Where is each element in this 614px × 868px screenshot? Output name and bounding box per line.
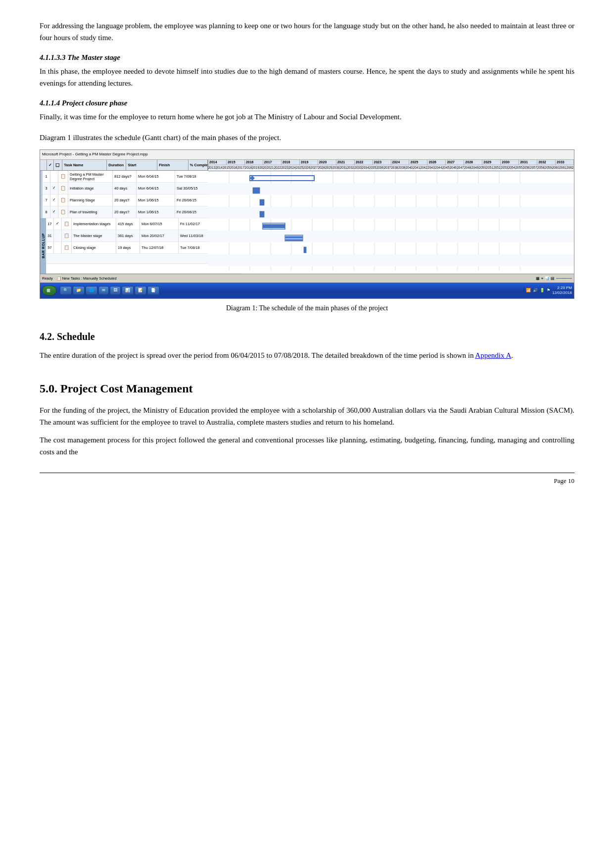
system-time: 2:23 PM (552, 286, 572, 290)
task-row-group-bar: BAR ROLLUP 17 ✓ 📋 Implementation stages … (40, 218, 208, 274)
gantt-title-bar: Microsoft Project - Getting a PM Master … (40, 150, 574, 160)
tray-network-icon: 📶 (526, 288, 531, 294)
task-dur-17: 415 days (116, 218, 140, 230)
mh-7: 2019 (252, 165, 260, 171)
task-name-8: Plan of travelling (68, 206, 113, 218)
mh-33: 2045 (442, 165, 450, 171)
mh-35: 2047 (457, 165, 465, 171)
status-tasks-icon: 📋 (57, 276, 61, 282)
svg-rect-15 (208, 183, 574, 195)
paragraph-3: Finally, it was time for the employee to… (40, 111, 574, 123)
col-check: ✓ (47, 160, 54, 170)
mh-43: 2055 (516, 165, 523, 171)
mh-1: 2013 (208, 165, 216, 171)
status-right-icons: ▦ ≡ 📊 ▤ ────── (536, 276, 572, 282)
gantt-column-headers: ✓ 🔲 Task Name Duration Start Finish % Co… (40, 160, 208, 171)
browser-icon: 🌐 (89, 288, 94, 294)
task-check-31 (54, 230, 62, 241)
taskbar-search[interactable]: 🔍 (60, 286, 72, 295)
task-dur-7: 20 days? (113, 194, 137, 206)
windows-system-tray: 📶 🔊 🔋 ⚑ 2:23 PM 12/02/2018 (526, 286, 572, 296)
mh-21: 2033 (355, 165, 362, 171)
mh-24: 2036 (377, 165, 384, 171)
mh-2: 2014 (216, 165, 223, 171)
paragraph-4: Diagram 1 illustrates the schedule (Gant… (40, 132, 574, 144)
gantt-view-icon-1: ▦ (536, 276, 540, 282)
taskbar-edge[interactable]: 🌐 (86, 286, 97, 295)
bar-row3 (260, 199, 264, 205)
col-finish: Finish (157, 160, 189, 170)
paragraph-cost-1: For the funding of the project, the Mini… (40, 404, 574, 428)
appendix-a-link[interactable]: Appendix A (475, 351, 511, 359)
taskbar-mail[interactable]: ✉ (98, 286, 109, 295)
task-num-7: 7 (43, 194, 50, 206)
mh-34: 2046 (450, 165, 457, 171)
year-2031: 2031 (519, 160, 537, 165)
task-check-57 (54, 242, 62, 253)
task-num-8: 8 (43, 206, 50, 218)
mh-23: 2035 (369, 165, 377, 171)
status-tasks-label: New Tasks : Manually Scheduled (62, 276, 117, 282)
page-number: Page 10 (40, 473, 574, 486)
heading-master-stage: 4.1.1.3.3 The Master stage (40, 51, 574, 63)
year-2029: 2029 (482, 160, 501, 165)
task-mode-31: 📋 (62, 230, 72, 241)
mh-6: 2018 (245, 165, 252, 171)
gantt-zoom-control: ────── (556, 276, 572, 282)
group-label-bar: BAR ROLLUP (40, 218, 46, 274)
task-check-8: ✓ (50, 206, 58, 218)
task-start-57: Thu 12/07/18 (140, 242, 179, 253)
task-start-17: Mon 6/07/15 (140, 218, 179, 230)
mh-37: 2049 (472, 165, 479, 171)
task-name-17: Implementation stages (72, 218, 116, 230)
diagram-caption: Diagram 1: The schedule of the main phas… (40, 303, 574, 314)
mh-10: 2022 (274, 165, 282, 171)
task-check-3: ✓ (50, 183, 58, 194)
task-dur-31: 361 days (116, 230, 140, 241)
heading-cost-management: 5.0. Project Cost Management (40, 379, 574, 398)
windows-logo-icon: ⊞ (47, 287, 50, 294)
taskbar-powerpoint[interactable]: 📑 (147, 286, 159, 295)
year-2026: 2026 (427, 160, 446, 165)
taskbar-project-app[interactable]: 📊 (122, 286, 134, 295)
svg-rect-18 (208, 254, 574, 266)
mh-13: 2025 (296, 165, 303, 171)
taskbar-photos[interactable]: 🖼 (110, 286, 121, 295)
year-2023: 2023 (373, 160, 391, 165)
mh-27: 2039 (398, 165, 406, 171)
schedule-text: The entire duration of the project is sp… (40, 351, 475, 359)
status-ready: Ready (42, 276, 53, 282)
taskbar-word[interactable]: 📝 (135, 286, 146, 295)
task-name-31: The Master stage (72, 230, 116, 241)
word-icon: 📝 (138, 288, 143, 294)
gantt-bars-svg (208, 171, 574, 270)
year-2024: 2024 (391, 160, 410, 165)
mh-48: 2060 (552, 165, 560, 171)
windows-start-button[interactable]: ⊞ (42, 286, 56, 295)
mail-icon: ✉ (102, 288, 105, 294)
mh-38: 2050 (479, 165, 486, 171)
gantt-main-area: ✓ 🔲 Task Name Duration Start Finish % Co… (40, 160, 574, 274)
heading-schedule: 4.2. Schedule (40, 329, 574, 344)
heading-closure-phase: 4.1.1.4 Project closure phase (40, 97, 574, 109)
year-2030: 2030 (501, 160, 519, 165)
mh-3: 2015 (223, 165, 231, 171)
mh-5: 2017 (237, 165, 245, 171)
task-dur-57: 19 days (116, 242, 140, 253)
task-name-57: Closing stage (72, 242, 116, 253)
mh-16: 2028 (318, 165, 326, 171)
task-num-1: 1 (43, 171, 50, 182)
mh-46: 2058 (537, 165, 545, 171)
task-mode-1: 📋 (58, 171, 68, 182)
col-duration: Duration (107, 160, 126, 170)
mh-47: 2059 (545, 165, 552, 171)
project-icon: 📊 (125, 288, 130, 294)
mh-41: 2053 (501, 165, 508, 171)
taskbar-file-explorer[interactable]: 📁 (73, 286, 85, 295)
task-num-31: 31 (46, 230, 54, 241)
taskbar-icons: 🔍 📁 🌐 ✉ 🖼 📊 📝 📑 (60, 286, 159, 295)
mh-17: 2029 (326, 165, 333, 171)
system-date: 12/02/2018 (552, 290, 572, 295)
gantt-month-header: 2013 2014 2015 2016 2017 2018 2019 2020 … (208, 165, 574, 171)
paragraph-schedule: The entire duration of the project is sp… (40, 349, 574, 361)
